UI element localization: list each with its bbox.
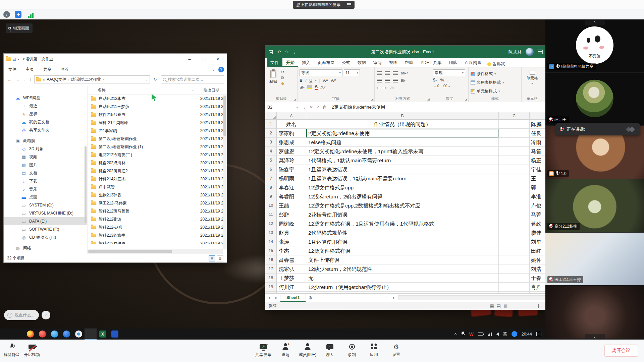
row-header[interactable]: 15 bbox=[265, 246, 277, 255]
sheet-row[interactable]: 6 陈鑫宇 1且运算表达错误 宁佳 bbox=[265, 165, 545, 174]
up-icon[interactable]: ↑ bbox=[29, 77, 33, 82]
conditional-formatting-button[interactable]: 条件格式▾ bbox=[471, 69, 519, 78]
enter-icon[interactable]: ✓ bbox=[316, 105, 320, 110]
column-date[interactable]: 修改日期 bbox=[202, 87, 219, 93]
row-header[interactable]: 11 bbox=[265, 210, 277, 219]
taskbar-app-icon[interactable] bbox=[85, 328, 97, 340]
explorer-tree-item[interactable]: VIRTUSL MACHINE (D:) bbox=[4, 209, 87, 217]
shrink-font-button[interactable]: A˅ bbox=[331, 78, 336, 83]
row-header[interactable]: 13 bbox=[265, 228, 277, 237]
chat-input[interactable]: 说点什么... bbox=[4, 310, 39, 320]
leave-meeting-button[interactable]: 离开会议 bbox=[604, 345, 638, 357]
zoom-out-icon[interactable]: − bbox=[515, 303, 518, 308]
ribbon-tab[interactable]: 文件 bbox=[267, 58, 282, 67]
wps-icon[interactable]: W bbox=[469, 331, 474, 337]
align-bottom-button[interactable] bbox=[393, 71, 398, 75]
font-name-select[interactable]: 等线▾ bbox=[300, 69, 342, 76]
new-sheet-button[interactable]: ⊕ bbox=[306, 294, 315, 302]
chat-collapse-button[interactable]: ‹ bbox=[42, 311, 50, 319]
toolbar-button[interactable]: ··· 聊天 bbox=[319, 343, 341, 358]
lock-screen-button[interactable]: 锁定画面 bbox=[6, 23, 33, 33]
sheet-row[interactable]: 5 莫泽玲 1代码格式，1默认main不需要return 杨正 bbox=[265, 156, 545, 165]
toolbar-button[interactable]: 录制 bbox=[341, 343, 363, 358]
refresh-icon[interactable]: ↻ bbox=[151, 77, 159, 82]
increase-indent-button[interactable]: ⇥ bbox=[383, 85, 386, 90]
excel-grid[interactable]: A B C 1 姓名 作业情况（出现的问题） 陈鹏 bbox=[265, 112, 545, 293]
participant-tile[interactable]: 高分212杨柳 bbox=[545, 179, 644, 232]
ribbon-tab[interactable]: PDF工具集 bbox=[417, 58, 445, 67]
sheet-row[interactable]: 2 李家驹 2定义初始化#define未使用 任良 bbox=[265, 129, 545, 138]
tray-mic-icon[interactable] bbox=[461, 331, 465, 337]
row-header[interactable]: 14 bbox=[265, 237, 277, 246]
sheet-tab[interactable]: Sheet1 bbox=[280, 294, 306, 302]
format-as-table-button[interactable]: 套用表格格式▾ bbox=[471, 78, 519, 87]
taskbar-app-icon[interactable] bbox=[109, 328, 121, 340]
sheet-next-icon[interactable]: ▸ bbox=[273, 294, 280, 302]
toolbar-button[interactable]: ↗ ˄ 共享屏幕 bbox=[252, 343, 274, 358]
ribbon-collapse-icon[interactable]: ⌄ bbox=[212, 68, 215, 71]
ribbon-tab[interactable]: 开始 bbox=[282, 58, 298, 67]
explorer-tree-item[interactable]: 最近 bbox=[4, 102, 87, 110]
list-view-toggle[interactable]: ≣ bbox=[209, 255, 215, 261]
ribbon-tab[interactable]: 团队 bbox=[445, 58, 461, 67]
bold-button[interactable]: B bbox=[300, 78, 303, 83]
unmute-button[interactable]: ˄ 解除静音 bbox=[1, 343, 23, 358]
explorer-tree-item[interactable]: 星标 bbox=[4, 110, 87, 118]
file-row[interactable]: 电商212冷雨夜(二) 2021/11/19 2:0 bbox=[88, 151, 227, 159]
row-header[interactable]: 9 bbox=[265, 192, 277, 201]
tree-scrollbar[interactable] bbox=[85, 146, 87, 223]
explorer-tree-item[interactable]: 文档 bbox=[4, 169, 87, 177]
row-header[interactable]: 8 bbox=[265, 183, 277, 192]
explorer-tree-item[interactable]: 共享文件夹 bbox=[4, 126, 87, 134]
column-header[interactable]: B bbox=[306, 112, 499, 120]
ribbon-tab[interactable]: 公式 bbox=[338, 58, 354, 67]
dialog-launcher-icon[interactable]: ◢ bbox=[465, 98, 467, 101]
taskbar-app-icon[interactable]: X bbox=[97, 328, 109, 340]
sheet-row[interactable]: 14 张涛 1且运算使用有误 刘星 bbox=[265, 237, 545, 246]
toolbar-button[interactable]: 应用 bbox=[363, 343, 385, 358]
undo-icon[interactable]: ↶ bbox=[277, 49, 281, 55]
address-box[interactable]: « AAQQ文件 › c培训第二次作业 › ⌄ bbox=[34, 75, 150, 83]
paste-button[interactable]: 粘贴 bbox=[267, 69, 279, 85]
save-icon[interactable] bbox=[269, 50, 273, 54]
splitter-icon[interactable]: ⋮ bbox=[385, 296, 388, 300]
banner-menu-icon[interactable] bbox=[344, 3, 351, 6]
taskbar-app-icon[interactable] bbox=[48, 328, 60, 340]
sheet-row[interactable]: 13 赵典 2代码格式规范性 廖佳 bbox=[265, 228, 545, 237]
dialog-launcher-icon[interactable]: ◢ bbox=[371, 98, 373, 101]
sheet-row[interactable]: 20 冯海林 12少return（使用getchar强行停止），1代码格式规范性… bbox=[265, 292, 545, 293]
italic-button[interactable]: I bbox=[305, 78, 307, 83]
zoom-slider[interactable] bbox=[520, 306, 543, 306]
file-row[interactable]: 智科212-赵典 2021/11/19 2:0 bbox=[88, 223, 227, 231]
taskbar-app-icon[interactable] bbox=[60, 328, 72, 340]
help-icon[interactable]: ? bbox=[218, 67, 224, 72]
sheet-row[interactable]: 1 姓名 作业情况（出现的问题） 陈鹏 bbox=[265, 120, 545, 129]
sheet-row[interactable]: 10 王喆 12源文件格式是cpp,2数据格式和输出格式不对应 卢俊 bbox=[265, 201, 545, 210]
history-chevron-icon[interactable]: ⌄ bbox=[22, 78, 27, 81]
sheet-row[interactable]: 17 沈家弘 12缺少return，2代码规范性 刘浩 bbox=[265, 264, 545, 274]
align-center-button[interactable] bbox=[385, 79, 390, 82]
input-language[interactable]: 英 bbox=[503, 331, 507, 337]
phonetic-button[interactable]: 文▾ bbox=[320, 84, 326, 89]
sort-chevron-icon[interactable]: ⌄ bbox=[192, 88, 202, 92]
explorer-tree-item[interactable]: 图片 bbox=[4, 161, 87, 169]
participant-tile[interactable]: 医工211吕玉婷 bbox=[545, 233, 644, 285]
select-all-corner[interactable] bbox=[265, 112, 277, 120]
action-center-icon[interactable] bbox=[536, 332, 541, 336]
participant-tile[interactable]: 理完全 bbox=[545, 73, 644, 125]
redo-icon[interactable]: ↷ bbox=[285, 49, 289, 55]
orientation-button[interactable]: ⟋▾ bbox=[389, 85, 394, 90]
vertical-scrollbar[interactable] bbox=[223, 95, 227, 249]
font-color-button[interactable]: A bbox=[315, 84, 318, 90]
row-header[interactable]: 17 bbox=[265, 264, 277, 274]
file-row[interactable]: 网工212-马伟豪 2021/11/19 2:0 bbox=[88, 199, 227, 207]
taskbar-app-icon[interactable] bbox=[36, 328, 48, 340]
explorer-tree-item[interactable]: 音乐 bbox=[4, 185, 87, 193]
security-shield-icon[interactable]: ✚ bbox=[15, 11, 21, 18]
decrease-decimal-button[interactable]: .00→ bbox=[442, 84, 450, 88]
row-header[interactable]: 19 bbox=[265, 283, 277, 292]
dialog-launcher-icon[interactable]: ◢ bbox=[427, 98, 430, 101]
sheet-prev-icon[interactable]: ◂ bbox=[265, 294, 273, 302]
sheet-row[interactable]: 7 杨明雨 1且运算表达错误，1默认main不需要return 王 bbox=[265, 174, 545, 183]
cancel-icon[interactable]: ✕ bbox=[310, 105, 313, 110]
